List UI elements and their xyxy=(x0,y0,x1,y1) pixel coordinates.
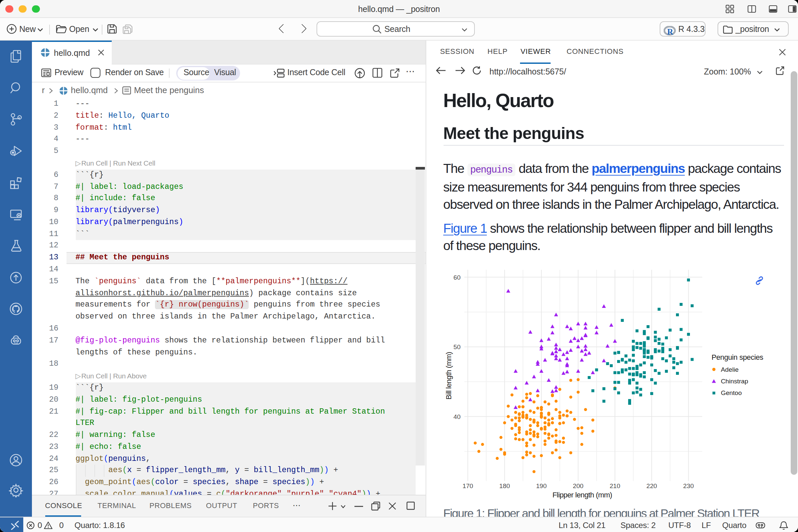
svg-text:Bill length (mm): Bill length (mm) xyxy=(444,352,453,399)
svg-text:190: 190 xyxy=(536,482,547,490)
svg-text:220: 220 xyxy=(646,482,657,490)
svg-text:170: 170 xyxy=(462,482,473,490)
svg-text:Chinstrap: Chinstrap xyxy=(721,378,748,385)
svg-text:180: 180 xyxy=(499,482,510,490)
svg-text:R: R xyxy=(667,27,673,36)
svg-text:200: 200 xyxy=(573,482,584,490)
svg-text:40: 40 xyxy=(454,413,460,420)
svg-text:230: 230 xyxy=(683,482,694,490)
svg-text:Flipper length (mm): Flipper length (mm) xyxy=(553,491,612,499)
svg-text:50: 50 xyxy=(454,343,460,350)
svg-text:Gentoo: Gentoo xyxy=(721,390,742,396)
svg-text:Adelie: Adelie xyxy=(721,366,739,373)
svg-text:60: 60 xyxy=(454,274,460,281)
svg-text:Penguin species: Penguin species xyxy=(711,353,763,361)
svg-text:210: 210 xyxy=(609,482,620,490)
